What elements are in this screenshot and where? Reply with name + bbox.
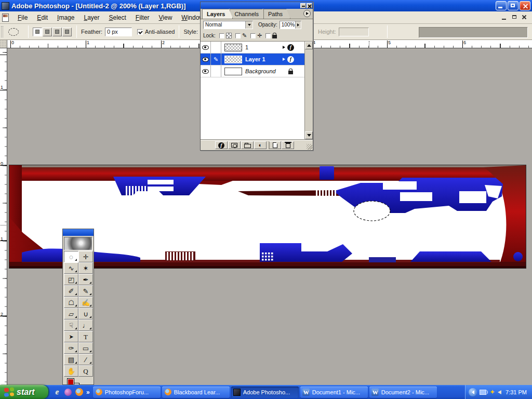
visibility-toggle[interactable] bbox=[201, 42, 211, 53]
minimize-button[interactable] bbox=[496, 1, 507, 10]
expand-effects-icon[interactable] bbox=[283, 58, 285, 61]
intersect-selection-button[interactable] bbox=[62, 28, 72, 36]
layer-thumbnail[interactable] bbox=[224, 56, 242, 63]
menu-layer[interactable]: Layer bbox=[79, 12, 104, 23]
smudge-tool[interactable]: ☟ bbox=[64, 320, 78, 331]
doc-restore-button[interactable] bbox=[510, 14, 519, 21]
layer-effects-icon[interactable]: f bbox=[287, 44, 294, 51]
layer-style-button[interactable]: f bbox=[215, 141, 228, 149]
menu-image[interactable]: Image bbox=[52, 12, 79, 23]
link-cell[interactable] bbox=[211, 42, 221, 53]
palette-menu-button[interactable] bbox=[303, 10, 311, 17]
task-button-photoshopforum[interactable]: PhotoshopForu... bbox=[93, 387, 161, 398]
history-brush-tool[interactable]: ✍ bbox=[78, 297, 93, 308]
blend-mode-dropdown[interactable]: Normal bbox=[203, 21, 253, 29]
hide-icons-button[interactable] bbox=[469, 388, 477, 396]
anti-aliased-checkbox[interactable] bbox=[137, 29, 143, 35]
task-button-document2[interactable]: W Document2 - Mic... bbox=[369, 387, 437, 398]
layer-name[interactable]: Layer 1 bbox=[245, 56, 265, 62]
lock-transparency-checkbox[interactable] bbox=[219, 33, 224, 38]
magic-wand-tool[interactable]: ✶ bbox=[78, 262, 93, 274]
clone-stamp-tool[interactable]: ☖ bbox=[64, 297, 78, 308]
move-tool[interactable]: ✛ bbox=[78, 251, 93, 262]
menu-file[interactable]: File bbox=[13, 12, 32, 23]
layer-row[interactable]: Background bbox=[201, 65, 304, 77]
task-button-blackboard[interactable]: Blackboard Lear... bbox=[162, 387, 230, 398]
lasso-tool[interactable]: ∿ bbox=[64, 262, 78, 274]
scroll-up-button[interactable] bbox=[305, 42, 313, 49]
layer-effects-icon[interactable]: f bbox=[287, 56, 294, 63]
photoshop-app-icon[interactable] bbox=[2, 2, 9, 10]
dodge-tool[interactable]: ♩ bbox=[78, 320, 93, 331]
lock-position-checkbox[interactable] bbox=[250, 33, 256, 38]
new-selection-button[interactable] bbox=[33, 28, 42, 36]
feather-input[interactable]: 0 px bbox=[105, 28, 132, 36]
hand-tool[interactable]: ✋ bbox=[64, 365, 78, 377]
menu-filter[interactable]: Filter bbox=[131, 12, 154, 23]
paint-bucket-tool[interactable]: ∪ bbox=[78, 308, 93, 320]
task-button-document1[interactable]: W Document1 - Mic... bbox=[300, 387, 368, 398]
palette-resize-grip[interactable] bbox=[307, 144, 312, 150]
notes-tool[interactable]: ▤ bbox=[64, 354, 78, 365]
expand-effects-icon[interactable] bbox=[283, 46, 285, 49]
airbrush-tool[interactable]: ✐ bbox=[64, 285, 78, 297]
tab-channels[interactable]: Channels bbox=[230, 9, 266, 19]
rectangle-tool[interactable]: ▭ bbox=[78, 342, 93, 354]
adobe-eye-logo[interactable] bbox=[64, 237, 92, 250]
new-layer-button[interactable] bbox=[269, 141, 281, 149]
add-to-selection-button[interactable] bbox=[43, 28, 52, 36]
layer-row[interactable]: 1 f bbox=[201, 42, 304, 54]
layer-name[interactable]: 1 bbox=[245, 44, 248, 50]
layer-row-selected[interactable]: ✎ Layer 1 f bbox=[201, 54, 304, 65]
layer-thumbnail[interactable] bbox=[224, 68, 242, 75]
slice-tool[interactable]: ✒ bbox=[78, 274, 93, 285]
link-cell[interactable] bbox=[211, 65, 221, 77]
path-select-tool[interactable]: ➤ bbox=[64, 331, 78, 342]
foreground-color-swatch[interactable] bbox=[67, 378, 74, 385]
menu-select[interactable]: Select bbox=[104, 12, 130, 23]
start-button[interactable]: start bbox=[0, 385, 48, 399]
quick-launch-overflow[interactable]: » bbox=[86, 389, 90, 396]
volume-icon[interactable] bbox=[498, 390, 501, 394]
aim-icon[interactable]: ✦ bbox=[489, 388, 495, 396]
layer-name[interactable]: Background bbox=[245, 68, 276, 74]
firefox-icon[interactable] bbox=[74, 388, 84, 397]
restore-button[interactable] bbox=[508, 1, 518, 10]
vertical-ruler[interactable]: 1 0 1 2 bbox=[0, 48, 7, 385]
dropdown-button[interactable] bbox=[245, 21, 252, 29]
internet-explorer-icon[interactable]: e bbox=[52, 388, 62, 397]
task-button-photoshop[interactable]: Adobe Photosho... bbox=[231, 387, 299, 398]
tab-paths[interactable]: Paths bbox=[263, 9, 290, 19]
eraser-tool[interactable]: ▱ bbox=[64, 308, 78, 320]
visibility-toggle[interactable] bbox=[201, 54, 211, 65]
eyedropper-tool[interactable]: ∕ bbox=[78, 354, 93, 365]
elliptical-marquee-tool[interactable]: ◌ bbox=[64, 251, 78, 262]
type-tool[interactable]: T bbox=[78, 331, 93, 342]
palette-title-bar[interactable] bbox=[201, 2, 313, 9]
selection-marquee[interactable] bbox=[354, 201, 390, 221]
paintbrush-tool[interactable]: ✎ bbox=[78, 285, 93, 297]
close-button[interactable] bbox=[520, 1, 530, 10]
scroll-down-button[interactable] bbox=[305, 131, 313, 139]
visibility-toggle[interactable] bbox=[201, 65, 211, 77]
toolbox[interactable]: ◌ ✛ ∿ ✶ ◰ ✒ ✐ ✎ ☖ ✍ ▱ ∪ ☟ ♩ ➤ T ✑ ▭ ▤ ∕ … bbox=[62, 229, 94, 385]
doc-close-button[interactable] bbox=[520, 14, 529, 21]
palette-minimize-button[interactable] bbox=[300, 3, 306, 8]
menu-edit[interactable]: Edit bbox=[32, 12, 52, 23]
document-icon[interactable] bbox=[2, 14, 9, 22]
subtract-from-selection-button[interactable] bbox=[52, 28, 62, 36]
opacity-slider-button[interactable] bbox=[295, 21, 301, 29]
lock-image-checkbox[interactable] bbox=[235, 33, 241, 38]
pen-tool[interactable]: ✑ bbox=[64, 342, 78, 354]
palette-well[interactable] bbox=[419, 27, 528, 38]
layers-palette[interactable]: Layers Channels Paths Normal Opacity: 10… bbox=[200, 2, 313, 151]
add-mask-button[interactable] bbox=[228, 141, 241, 149]
zoom-tool[interactable]: Q bbox=[78, 365, 93, 377]
palette-close-button[interactable] bbox=[307, 3, 312, 8]
lock-all-checkbox[interactable] bbox=[265, 33, 271, 38]
new-set-button[interactable] bbox=[241, 141, 254, 149]
layer-thumbnail[interactable] bbox=[224, 44, 242, 51]
network-icon[interactable] bbox=[480, 390, 486, 395]
opacity-field[interactable]: 100% bbox=[280, 21, 301, 29]
scrollbar[interactable] bbox=[304, 42, 313, 139]
